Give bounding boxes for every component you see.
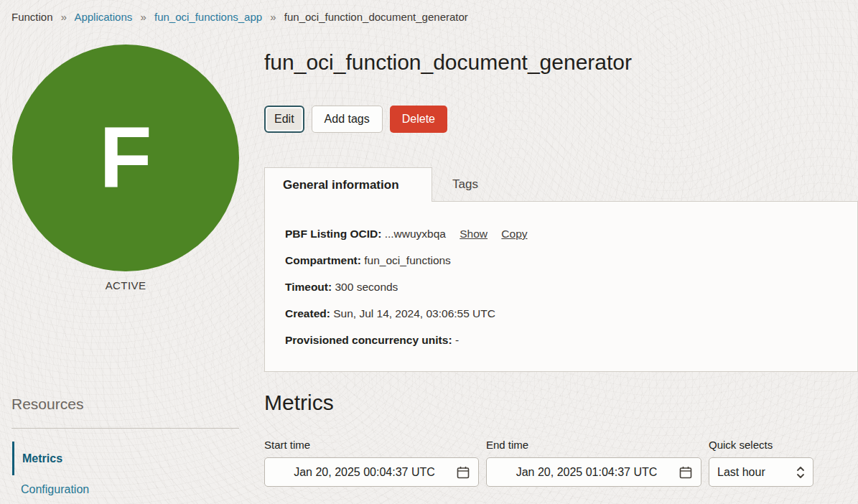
sidebar-item-metrics[interactable]: Metrics: [12, 442, 62, 475]
action-buttons: Edit Add tags Delete: [264, 106, 447, 133]
info-value: -: [455, 334, 459, 346]
breadcrumb-separator: »: [61, 11, 67, 23]
info-row-provisioned-concurrency: Provisioned concurrency units: -: [285, 334, 857, 347]
tab-general-information[interactable]: General information: [264, 167, 432, 202]
stepper-chevrons-icon: [796, 465, 805, 480]
quick-selects-dropdown[interactable]: Last hour: [709, 457, 813, 487]
edit-button[interactable]: Edit: [264, 106, 304, 133]
quick-selects-value: Last hour: [717, 466, 765, 479]
avatar-letter: F: [99, 113, 151, 200]
status-label: ACTIVE: [12, 279, 239, 291]
info-label: Compartment:: [285, 254, 361, 266]
add-tags-button[interactable]: Add tags: [312, 106, 383, 133]
info-value: Sun, Jul 14, 2024, 03:06:55 UTC: [333, 307, 495, 319]
delete-button[interactable]: Delete: [390, 106, 447, 133]
info-label: Provisioned concurrency units:: [285, 334, 452, 346]
start-time-label: Start time: [264, 439, 479, 452]
calendar-icon[interactable]: [456, 465, 470, 480]
quick-selects-group: Quick selects Last hour: [709, 439, 813, 487]
info-row-created: Created: Sun, Jul 14, 2024, 03:06:55 UTC: [285, 307, 857, 320]
end-time-group: End time Jan 20, 2025 01:04:37 UTC: [486, 439, 701, 487]
breadcrumb-item-function: Function: [11, 11, 53, 23]
start-time-value: Jan 20, 2025 00:04:37 UTC: [273, 466, 456, 479]
page-title: fun_oci_function_document_generator: [264, 50, 632, 75]
calendar-icon[interactable]: [679, 465, 693, 480]
start-time-group: Start time Jan 20, 2025 00:04:37 UTC: [264, 439, 479, 487]
info-label: Created:: [285, 307, 330, 319]
end-time-label: End time: [486, 439, 701, 452]
resources-divider: [11, 428, 239, 429]
info-value: 300 seconds: [335, 281, 398, 293]
quick-selects-label: Quick selects: [709, 439, 813, 452]
breadcrumb-item-applications[interactable]: Applications: [74, 11, 132, 23]
tab-tags[interactable]: Tags: [432, 167, 498, 201]
info-value: fun_oci_functions: [364, 254, 451, 266]
breadcrumb-separator: »: [140, 11, 146, 23]
breadcrumb-item-current: fun_oci_function_document_generator: [284, 11, 468, 23]
info-row-timeout: Timeout: 300 seconds: [285, 281, 857, 294]
info-row-pbf-ocid: PBF Listing OCID: ...wwuyxbqa Show Copy: [285, 228, 857, 241]
general-information-panel: PBF Listing OCID: ...wwuyxbqa Show Copy …: [264, 201, 858, 372]
breadcrumb-separator: »: [270, 11, 276, 23]
breadcrumb: Function » Applications » fun_oci_functi…: [11, 11, 468, 23]
sidebar-item-label: Metrics: [22, 452, 62, 465]
info-row-compartment: Compartment: fun_oci_functions: [285, 254, 857, 267]
info-value: ...wwuyxbqa: [385, 228, 446, 240]
function-avatar: F: [12, 45, 239, 271]
sidebar-item-configuration[interactable]: Configuration: [21, 482, 89, 497]
copy-link[interactable]: Copy: [501, 228, 527, 240]
end-time-value: Jan 20, 2025 01:04:37 UTC: [495, 466, 679, 479]
breadcrumb-item-application-name[interactable]: fun_oci_functions_app: [154, 11, 262, 23]
info-label: PBF Listing OCID:: [285, 228, 381, 240]
show-link[interactable]: Show: [460, 228, 488, 240]
metrics-heading: Metrics: [264, 391, 334, 415]
end-time-input[interactable]: Jan 20, 2025 01:04:37 UTC: [486, 457, 701, 487]
start-time-input[interactable]: Jan 20, 2025 00:04:37 UTC: [264, 457, 479, 487]
resources-heading: Resources: [11, 396, 83, 413]
info-label: Timeout:: [285, 281, 332, 293]
